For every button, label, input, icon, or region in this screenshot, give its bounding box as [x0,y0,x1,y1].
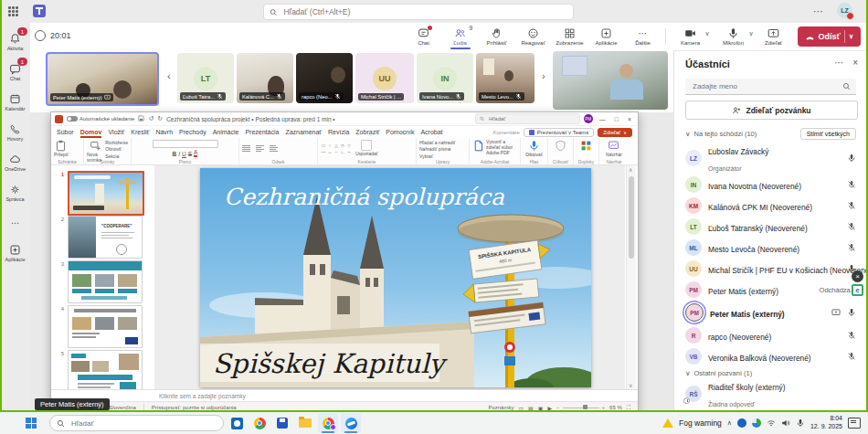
zoom-out-icon[interactable]: − [556,405,560,410]
paste-button[interactable]: Prilepiť [54,140,69,158]
mic-off-icon[interactable] [847,222,856,231]
mic-off-icon[interactable] [847,201,856,210]
present-in-teams-button[interactable]: Prezentovať v Teams [524,128,595,137]
taskbar-save-app-icon[interactable] [272,413,292,433]
menu-file[interactable]: Súbor [57,129,74,135]
apps-button[interactable]: Aplikácie [588,23,625,50]
participant-row[interactable]: PM Peter Matis (externý) Odchádza... [685,281,856,299]
menu-animations[interactable]: Animácie [213,129,239,135]
select-button[interactable]: Vybrať [419,154,455,160]
participant-row[interactable]: KM Kalánová CPK MI (Neoverené) [685,196,856,215]
scroll-down-icon[interactable]: ∨ [629,382,632,388]
raise-hand-button[interactable]: Prihlásiť [479,23,515,50]
video-tile-mesto-levoca[interactable]: Mesto Levo... [476,53,535,103]
taskbar-chrome-icon[interactable] [249,413,270,433]
sidebar-item-more[interactable]: ⋯ [0,209,30,236]
autosave-toggle[interactable]: Automatické ukladanie [67,116,134,122]
ppt-search-box[interactable] [475,113,580,124]
taskbar-outlook-icon[interactable] [227,413,247,433]
taskbar-search-box[interactable] [49,415,224,431]
mic-chevron-icon[interactable]: ∨ [748,30,753,37]
strikethrough-button[interactable]: S [188,151,192,157]
slide-thumbnail-1[interactable]: 1 [57,171,144,216]
mic-off-icon[interactable] [847,180,856,189]
underline-button[interactable]: U [182,151,186,157]
filmstrip-prev-icon[interactable]: ‹ [167,70,171,81]
sidebar-item-apps[interactable]: Aplikácie [0,239,30,266]
create-pdf-button[interactable]: Vytvoriť a zdieľať súbor Adobe PDF [472,140,517,155]
panel-more-icon[interactable]: ⋯ [834,58,843,68]
minimize-icon[interactable]: — [597,116,609,122]
view-button[interactable]: Zobrazenie [552,23,588,50]
sidebar-item-calls[interactable]: Hovory [0,119,30,145]
camera-button[interactable]: Kamera ∨ [670,23,712,50]
find-button[interactable]: Hľadať a nahradiť [419,141,455,146]
participant-search-input[interactable] [691,81,839,91]
participant-row[interactable]: VB Veronika Balková (Neoverené) [685,347,856,365]
participant-row[interactable]: R rapco (Neoverené) [685,326,856,344]
current-slide[interactable]: SPIŠSKÁ KAPITULA 480 m [200,168,591,387]
scrollbar-thumb[interactable] [629,176,634,259]
normal-view-icon[interactable]: ▭ [518,405,524,411]
ppt-vertical-scrollbar[interactable]: ∧ ∨ [626,165,636,389]
notes-toggle[interactable]: Poznámky [488,405,513,410]
video-tile-peter-matis[interactable]: Peter Matis (externý) [46,52,159,106]
sorter-view-icon[interactable]: ▤ [528,405,534,411]
tray-network-icon[interactable] [752,418,761,428]
app-launcher-icon[interactable] [8,6,18,16]
comments-button[interactable]: Komentáre [492,130,519,135]
undo-icon[interactable]: ↺ [148,115,153,122]
align-left-icon[interactable] [256,145,264,152]
italic-button[interactable]: I [178,151,180,157]
leave-chevron-icon[interactable]: ∨ [849,33,853,40]
menu-view[interactable]: Zobraziť [355,129,379,135]
taskbar-clock[interactable]: 8:0412. 9. 2025 [810,415,842,431]
arrange-button[interactable]: Usporiadať [355,140,378,157]
teams-logo-icon[interactable] [33,5,46,17]
ppt-user-avatar[interactable]: PM [584,114,593,123]
start-button-icon[interactable] [26,418,37,429]
video-tile-large[interactable] [553,51,668,110]
ppt-share-button[interactable]: Zdieľať∨ [598,128,632,137]
menu-help[interactable]: Pomocník [386,129,414,135]
menu-slideshow[interactable]: Prezentácia [245,129,279,135]
section-invited[interactable]: ∨ Ostatní pozvaní (1) [685,369,856,377]
reading-view-icon[interactable]: ▣ [538,405,544,411]
menu-acrobat[interactable]: Acrobat [420,129,442,135]
scroll-up-icon[interactable]: ∧ [629,166,632,173]
menu-home[interactable]: Domov [80,129,102,135]
menu-draw[interactable]: Kresliť [131,129,149,135]
maximize-icon[interactable]: □ [612,116,621,122]
sensitivity-shield-icon[interactable] [555,140,566,152]
taskbar-file-explorer-icon[interactable] [295,413,315,433]
bold-button[interactable]: B [173,151,177,157]
zoom-in-icon[interactable]: + [602,405,606,410]
camera-chevron-icon[interactable]: ∨ [704,30,709,37]
taskbar-edge-icon[interactable] [341,413,361,433]
tray-wifi-icon[interactable] [767,418,776,428]
sidebar-item-activity[interactable]: 1 Aktivita [0,28,30,55]
panel-close-icon[interactable]: × [852,58,858,68]
taskbar-chrome-profile-icon[interactable] [318,413,338,433]
participant-row[interactable]: LZ Ľuboslav ZávackýOrganizátor [685,146,856,170]
slideshow-icon[interactable]: ▶ [547,405,552,411]
align-center-icon[interactable] [270,145,278,152]
font-name-box[interactable] [153,140,218,148]
sidebar-item-onedrive[interactable]: OneDrive [0,149,30,175]
sidebar-item-admin[interactable]: Správca [0,179,30,206]
bullet-list-icon[interactable] [242,145,250,152]
chat-button[interactable]: Chat [406,23,442,50]
addins-button[interactable] [580,140,592,152]
tray-expand-icon[interactable]: ∧ [727,419,732,427]
dictate-button[interactable]: Diktovať [525,140,543,158]
mic-icon[interactable] [847,308,856,317]
video-tile-ivana-novotna[interactable]: IN Ivana Novo... [417,53,473,103]
menu-transitions[interactable]: Prechody [179,129,206,135]
participant-row[interactable]: IN Ivana Novotna (Neoverené) [685,175,856,194]
participant-row[interactable]: UU Michal Stričík | PHF EU v Košiciach (… [685,259,856,278]
more-actions-button[interactable]: ⋯ Ďalšie [625,23,662,50]
close-icon[interactable]: × [625,116,634,122]
redo-icon[interactable]: ↻ [157,115,163,122]
leave-button[interactable]: Odísť ∨ [798,26,861,47]
people-button[interactable]: 9 Ľudia [442,23,479,50]
